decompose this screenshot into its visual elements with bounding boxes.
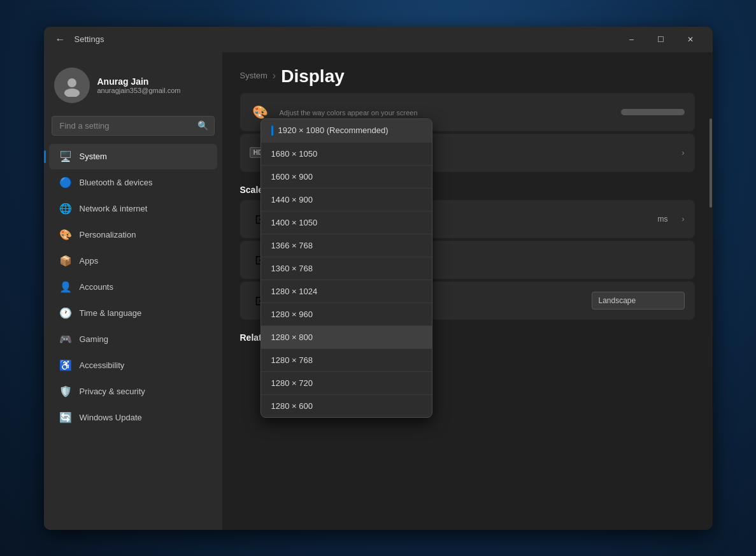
sidebar-label-system: System [80,152,107,161]
resolution-option-1280x768[interactable]: 1280 × 768 [261,349,432,372]
user-profile: Anurag Jain anuragjain353@gmail.com [44,60,222,116]
privacy-icon: 🛡️ [59,385,72,398]
sidebar-label-winupdate: Windows Update [80,413,142,422]
color-slider[interactable] [621,109,685,115]
breadcrumb: System › Display [240,65,695,87]
winupdate-icon: 🔄 [59,411,72,424]
resolution-option-1920x1080[interactable]: 1920 × 1080 (Recommended) [261,119,432,143]
network-icon: 🌐 [59,203,72,215]
resolution-label-1280x800: 1280 × 800 [271,332,313,342]
scale-items-label: ms [658,215,668,224]
accessibility-icon: ♿ [59,359,72,372]
breadcrumb-separator: › [273,70,276,82]
search-input[interactable] [52,116,215,136]
resolution-label-1600x900: 1600 × 900 [271,172,313,182]
apps-icon: 📦 [59,255,72,267]
minimize-button[interactable]: – [617,29,646,50]
sidebar-label-gaming: Gaming [80,334,109,344]
resolution-option-1366x768[interactable]: 1366 × 768 [261,234,432,257]
breadcrumb-parent[interactable]: System [240,71,267,80]
resolution-label-1280x768: 1280 × 768 [271,355,313,365]
titlebar: ← Settings – ☐ ✕ [44,27,713,52]
personalization-icon: 🎨 [59,229,72,241]
sidebar-label-accounts: Accounts [80,282,113,292]
hdr-chevron: › [682,148,685,157]
resolution-label-1366x768: 1366 × 768 [271,241,313,250]
color-row-desc: Adjust the way colors appear on your scr… [280,109,612,117]
sidebar-item-accounts[interactable]: 👤 Accounts [49,274,217,300]
scale-chevron: › [682,215,685,224]
sidebar: Anurag Jain anuragjain353@gmail.com 🔍 🖥️… [44,52,222,530]
resolution-option-1400x1050[interactable]: 1400 × 1050 [261,211,432,234]
resolution-option-1280x600[interactable]: 1280 × 600 [261,395,432,417]
resolution-label-1280x720: 1280 × 720 [271,378,313,388]
resolution-label-1280x600: 1280 × 600 [271,401,313,411]
sidebar-item-time[interactable]: 🕐 Time & language [49,301,217,326]
resolution-label-1280x1024: 1280 × 1024 [271,287,318,296]
sidebar-label-accessibility: Accessibility [80,360,125,370]
resolution-option-1360x768[interactable]: 1360 × 768 [261,257,432,280]
sidebar-item-personalization[interactable]: 🎨 Personalization [49,222,217,248]
scrollbar-track [709,93,713,530]
sidebar-label-bluetooth: Bluetooth & devices [80,178,153,187]
resolution-label-1360x768: 1360 × 768 [271,264,313,273]
avatar [54,68,90,103]
gaming-icon: 🎮 [59,333,72,346]
search-box: 🔍 [52,116,215,136]
orientation-select[interactable]: Landscape Portrait Landscape (flipped) P… [592,292,685,310]
sidebar-item-apps[interactable]: 📦 Apps [49,248,217,274]
main-panel: System › Display 🎨 Adjust the way colors… [222,52,713,530]
sidebar-item-gaming[interactable]: 🎮 Gaming [49,327,217,352]
time-icon: 🕐 [59,307,72,320]
resolution-option-1280x800[interactable]: 1280 × 800 [261,326,432,349]
svg-point-1 [64,89,80,97]
window-controls: – ☐ ✕ [617,29,705,50]
resolution-label-1280x960: 1280 × 960 [271,310,313,319]
resolution-label-1920x1080: 1920 × 1080 (Recommended) [278,125,389,135]
resolution-option-1280x720[interactable]: 1280 × 720 [261,372,432,395]
system-icon: 🖥️ [59,150,72,163]
user-info: Anurag Jain anuragjain353@gmail.com [97,76,181,94]
close-button[interactable]: ✕ [676,29,705,50]
selected-indicator [271,125,273,136]
sidebar-item-privacy[interactable]: 🛡️ Privacy & security [49,379,217,404]
bluetooth-icon: 🔵 [59,176,72,189]
sidebar-item-system[interactable]: 🖥️ System [49,144,217,169]
sidebar-label-apps: Apps [80,256,99,266]
back-button[interactable]: ← [52,31,69,48]
sidebar-item-accessibility[interactable]: ♿ Accessibility [49,353,217,378]
svg-point-0 [68,78,76,87]
sidebar-label-time: Time & language [80,308,142,318]
main-header: System › Display [222,52,713,93]
resolution-option-1680x1050[interactable]: 1680 × 1050 [261,143,432,166]
main-content: 🎨 Adjust the way colors appear on your s… [222,93,713,530]
resolution-label-1400x1050: 1400 × 1050 [271,218,318,227]
resolution-option-1280x1024[interactable]: 1280 × 1024 [261,280,432,303]
scrollbar-thumb[interactable] [710,118,712,208]
resolution-option-1440x900[interactable]: 1440 × 900 [261,189,432,211]
resolution-dropdown[interactable]: 1920 × 1080 (Recommended) 1680 × 1050 16… [260,118,432,418]
sidebar-nav: 🖥️ System 🔵 Bluetooth & devices 🌐 Networ… [44,143,222,431]
user-email: anuragjain353@gmail.com [97,87,181,94]
accounts-icon: 👤 [59,281,72,294]
resolution-option-1280x960[interactable]: 1280 × 960 [261,303,432,326]
resolution-label-1440x900: 1440 × 900 [271,195,313,204]
user-name: Anurag Jain [97,76,181,87]
sidebar-item-bluetooth[interactable]: 🔵 Bluetooth & devices [49,170,217,196]
resolution-label-1680x1050: 1680 × 1050 [271,149,318,159]
sidebar-item-winupdate[interactable]: 🔄 Windows Update [49,405,217,431]
search-icon: 🔍 [197,120,208,131]
sidebar-item-network[interactable]: 🌐 Network & internet [49,196,217,222]
settings-window: ← Settings – ☐ ✕ Anurag Jain anuragjain3… [44,27,713,530]
resolution-option-1600x900[interactable]: 1600 × 900 [261,166,432,189]
sidebar-label-personalization: Personalization [80,230,136,239]
color-row-text: Adjust the way colors appear on your scr… [280,108,612,117]
content-area: Anurag Jain anuragjain353@gmail.com 🔍 🖥️… [44,52,713,530]
sidebar-label-privacy: Privacy & security [80,387,145,396]
page-title: Display [281,66,345,87]
maximize-button[interactable]: ☐ [646,29,676,50]
sidebar-label-network: Network & internet [80,204,148,213]
window-title: Settings [75,34,617,44]
